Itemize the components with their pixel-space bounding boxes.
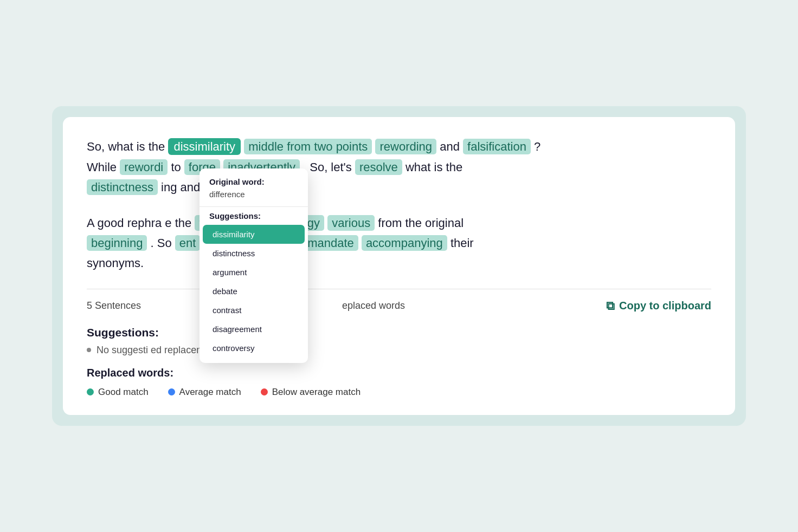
legend-average-match: Average match bbox=[168, 387, 241, 398]
outer-card: So, what is the dissimilarity middle fro… bbox=[52, 106, 746, 425]
original-word-value: difference bbox=[200, 190, 308, 207]
p1-resolve[interactable]: resolve bbox=[355, 159, 402, 175]
original-word-label: Original word: bbox=[200, 177, 308, 190]
p2-their: their bbox=[451, 236, 474, 250]
dropdown-item-dissimilarity[interactable]: dissimilarity bbox=[203, 225, 305, 244]
p1-whatis: what is the bbox=[406, 160, 462, 174]
dropdown-item-debate[interactable]: debate bbox=[203, 282, 305, 301]
dissimilarity-word[interactable]: dissimilarity bbox=[168, 138, 241, 155]
inner-card: So, what is the dissimilarity middle fro… bbox=[63, 117, 735, 414]
legend-below-average-match: Below average match bbox=[261, 387, 361, 398]
replaced-section: Replaced words: Good match Average match… bbox=[87, 367, 711, 398]
stats-row: 5 Sentences eplaced words ⧉ Copy to clip… bbox=[87, 299, 711, 313]
divider bbox=[87, 289, 711, 289]
p2-ent[interactable]: ent bbox=[175, 235, 201, 251]
p2-so: . So bbox=[151, 236, 172, 250]
p1-and: and bbox=[440, 140, 460, 153]
average-match-label: Average match bbox=[179, 387, 241, 398]
paragraph-1: So, what is the dissimilarity middle fro… bbox=[87, 137, 711, 197]
average-match-dot bbox=[168, 388, 175, 395]
suggestions-section: Suggestions: No suggesti ed replacement bbox=[87, 326, 711, 356]
suggestion-item: No suggesti ed replacement bbox=[87, 345, 711, 356]
replaced-partial: eplaced words bbox=[342, 300, 405, 311]
p1-distinctness[interactable]: distinctness bbox=[87, 179, 158, 195]
p1-rewordi[interactable]: rewordi bbox=[120, 159, 168, 175]
p2-mandate[interactable]: mandate bbox=[303, 235, 358, 251]
good-match-label: Good match bbox=[98, 387, 149, 398]
p2-from: from the original bbox=[378, 216, 464, 230]
paragraph-2: A good rephra e the form and terminology… bbox=[87, 213, 711, 274]
replaced-count: eplaced words bbox=[342, 300, 405, 312]
replaced-title: Replaced words: bbox=[87, 367, 711, 379]
dropdown-suggestions-label: Suggestions: bbox=[200, 211, 308, 225]
sentences-count: 5 Sentences bbox=[87, 300, 141, 312]
p1-while: While bbox=[87, 160, 120, 174]
copy-to-clipboard-button[interactable]: ⧉ Copy to clipboard bbox=[606, 299, 711, 313]
p1-solets: . So, let's bbox=[303, 160, 352, 174]
dropdown-item-distinctness[interactable]: distinctness bbox=[203, 244, 305, 263]
below-average-match-label: Below average match bbox=[272, 387, 361, 398]
p1-rewording[interactable]: rewording bbox=[375, 139, 436, 154]
p2-ethe: e the bbox=[165, 216, 191, 230]
dropdown-item-contrast[interactable]: contrast bbox=[203, 301, 305, 320]
copy-icon: ⧉ bbox=[606, 299, 615, 313]
word-suggestion-dropdown: Original word: difference Suggestions: d… bbox=[200, 168, 308, 363]
text-area: So, what is the dissimilarity middle fro… bbox=[87, 137, 711, 273]
p2-prefix: A good rephra bbox=[87, 216, 162, 230]
dropdown-item-disagreement[interactable]: disagreement bbox=[203, 320, 305, 339]
copy-label: Copy to clipboard bbox=[619, 300, 711, 312]
p1-prefix: So, what is the bbox=[87, 140, 165, 153]
legend-good-match: Good match bbox=[87, 387, 149, 398]
p1-falsification[interactable]: falsification bbox=[463, 139, 531, 154]
suggestions-title: Suggestions: bbox=[87, 326, 711, 339]
bullet-dot bbox=[87, 348, 91, 352]
p1-middle[interactable]: middle from two points bbox=[244, 139, 372, 154]
dropdown-item-controversy[interactable]: controversy bbox=[203, 339, 305, 358]
p1-to: to bbox=[171, 160, 184, 174]
p2-beginning[interactable]: beginning bbox=[87, 235, 147, 251]
below-average-match-dot bbox=[261, 388, 268, 395]
p2-accompanying[interactable]: accompanying bbox=[362, 235, 447, 251]
p2-synonyms: synonyms. bbox=[87, 256, 144, 270]
p2-various[interactable]: various bbox=[327, 215, 375, 231]
legend-row: Good match Average match Below average m… bbox=[87, 387, 711, 398]
dropdown-item-argument[interactable]: argument bbox=[203, 263, 305, 282]
good-match-dot bbox=[87, 388, 94, 395]
p1-qmark: ? bbox=[534, 140, 540, 153]
